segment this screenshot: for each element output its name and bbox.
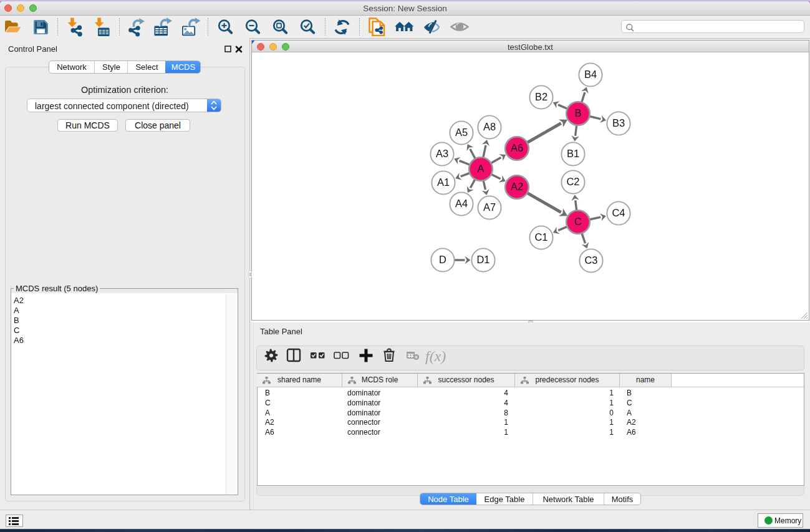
svg-text:A: A (477, 163, 484, 174)
svg-text:A1: A1 (437, 177, 450, 188)
svg-text:A6: A6 (511, 142, 523, 153)
svg-text:C3: C3 (584, 254, 597, 266)
svg-text:A8: A8 (483, 121, 496, 132)
svg-text:A3: A3 (436, 148, 448, 159)
svg-text:A2: A2 (511, 181, 523, 192)
svg-text:C4: C4 (612, 207, 625, 218)
svg-text:B3: B3 (612, 117, 625, 128)
svg-text:B4: B4 (584, 69, 597, 80)
svg-text:B2: B2 (535, 91, 547, 102)
svg-text:B: B (574, 107, 581, 118)
svg-text:D1: D1 (476, 254, 489, 265)
svg-text:B1: B1 (567, 148, 579, 159)
svg-text:C: C (574, 216, 582, 227)
svg-text:A7: A7 (483, 201, 496, 213)
svg-text:A5: A5 (455, 127, 468, 138)
svg-text:A4: A4 (455, 198, 468, 209)
svg-text:C1: C1 (534, 231, 547, 243)
svg-text:C2: C2 (566, 176, 579, 187)
svg-text:D: D (439, 254, 446, 265)
